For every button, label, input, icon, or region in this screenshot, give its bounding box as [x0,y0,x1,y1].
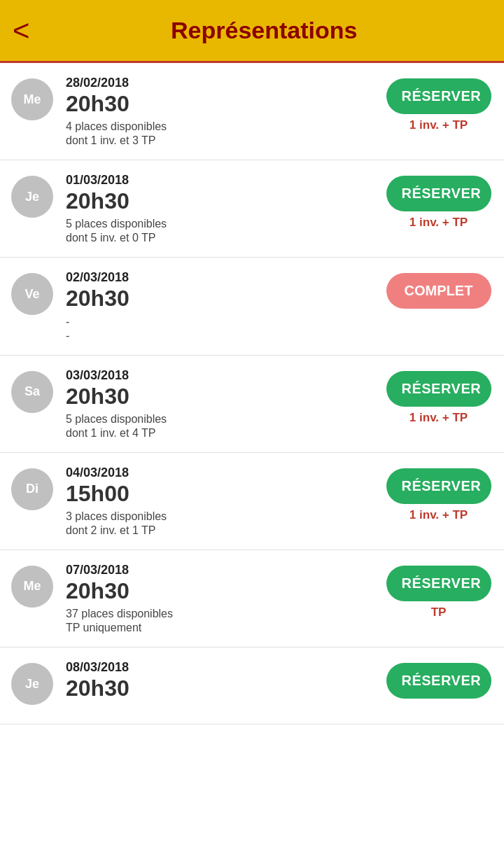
page-title: Représentations [37,17,491,44]
row-detail: dont 1 inv. et 4 TP [66,427,384,440]
row-tag: 1 inv. + TP [410,411,468,425]
row-places: 3 places disponibles [66,510,384,523]
row-info: 28/02/201820h304 places disponiblesdont … [66,76,384,147]
row-detail: TP uniquement [66,622,384,634]
row-tag: 1 inv. + TP [410,216,468,230]
reserver-button[interactable]: RÉSERVER [386,371,491,407]
row-info: 03/03/201820h305 places disponiblesdont … [66,368,384,440]
day-badge: Ve [11,273,53,315]
row-time: 20h30 [66,676,384,701]
row-info: 02/03/201820h30-- [66,270,384,342]
reserver-button[interactable]: RÉSERVER [386,566,491,601]
row-places: 5 places disponibles [66,413,384,426]
list-item: Ve02/03/201820h30--COMPLET [0,258,504,355]
row-places: 5 places disponibles [66,218,384,230]
row-detail: dont 1 inv. et 3 TP [66,134,384,147]
row-date: 01/03/2018 [66,173,384,188]
row-action: COMPLET [384,273,493,309]
row-date: 07/03/2018 [66,563,384,578]
row-info: 07/03/201820h3037 places disponiblesTP u… [66,563,384,634]
back-button[interactable]: < [13,16,30,46]
list-item: Di04/03/201815h003 places disponiblesdon… [0,453,504,550]
complet-button[interactable]: COMPLET [386,273,491,309]
row-detail: dont 2 inv. et 1 TP [66,524,384,537]
row-time: 20h30 [66,579,384,603]
list-item: Sa03/03/201820h305 places disponiblesdon… [0,356,504,453]
row-date: 02/03/2018 [66,270,384,285]
row-time: 15h00 [66,482,384,506]
row-detail: - [66,330,384,342]
day-badge: Je [11,663,53,705]
row-action: RÉSERVER1 inv. + TP [384,468,493,522]
reserver-button[interactable]: RÉSERVER [386,78,491,114]
row-places: 4 places disponibles [66,120,384,133]
header: < Représentations [0,0,504,63]
day-badge: Me [11,78,53,120]
row-info: 08/03/201820h30 [66,660,384,701]
row-detail: dont 5 inv. et 0 TP [66,232,384,244]
row-tag: TP [431,606,447,620]
row-info: 01/03/201820h305 places disponiblesdont … [66,173,384,244]
row-date: 04/03/2018 [66,465,384,480]
row-time: 20h30 [66,92,384,116]
list-item: Je08/03/201820h30RÉSERVER [0,648,504,724]
list-item: Je01/03/201820h305 places disponiblesdon… [0,160,504,258]
row-tag: 1 inv. + TP [410,118,468,132]
reserver-button[interactable]: RÉSERVER [386,468,491,504]
row-date: 08/03/2018 [66,660,384,675]
day-badge: Me [11,566,53,608]
row-date: 28/02/2018 [66,76,384,90]
row-action: RÉSERVER [384,663,493,699]
reserver-button[interactable]: RÉSERVER [386,176,491,211]
row-places: 37 places disponibles [66,608,384,620]
row-action: RÉSERVERTP [384,566,493,620]
row-action: RÉSERVER1 inv. + TP [384,78,493,132]
row-time: 20h30 [66,189,384,214]
reserver-button[interactable]: RÉSERVER [386,663,491,699]
row-time: 20h30 [66,384,384,409]
row-action: RÉSERVER1 inv. + TP [384,176,493,230]
row-info: 04/03/201815h003 places disponiblesdont … [66,465,384,537]
list-item: Me07/03/201820h3037 places disponiblesTP… [0,550,504,648]
day-badge: Je [11,176,53,218]
row-action: RÉSERVER1 inv. + TP [384,371,493,425]
day-badge: Di [11,468,53,510]
list-item: Me28/02/201820h304 places disponiblesdon… [0,63,504,160]
row-places: - [66,316,384,328]
row-date: 03/03/2018 [66,368,384,383]
row-tag: 1 inv. + TP [410,508,468,522]
row-time: 20h30 [66,286,384,311]
representations-list: Me28/02/201820h304 places disponiblesdon… [0,63,504,724]
day-badge: Sa [11,371,53,413]
